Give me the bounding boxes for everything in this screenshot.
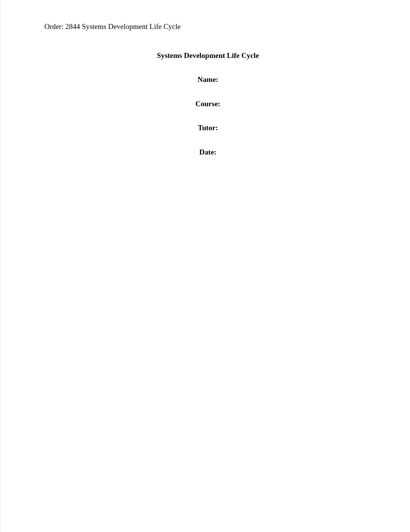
date-field-label: Date: [44, 147, 371, 158]
tutor-field-label: Tutor: [44, 123, 371, 133]
order-header-line: Order: 2844 Systems Development Life Cyc… [44, 22, 371, 32]
document-title: Systems Development Life Cycle [44, 51, 371, 61]
course-field-label: Course: [44, 99, 371, 109]
page-left-edge [0, 0, 1, 532]
document-page: Order: 2844 Systems Development Life Cyc… [0, 0, 410, 158]
name-field-label: Name: [44, 75, 371, 85]
